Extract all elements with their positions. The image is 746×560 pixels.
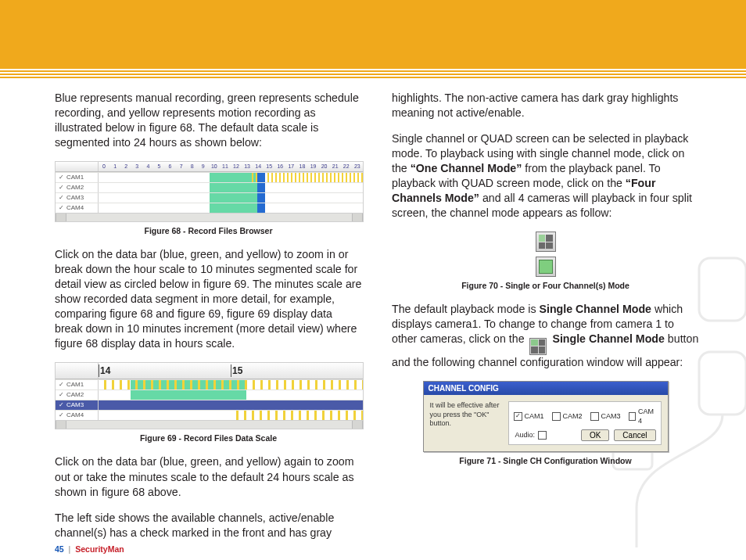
fig69-row-cam4[interactable]: ✓ CAM4 — [56, 410, 363, 420]
figure-70-channel-mode-icons — [392, 232, 699, 277]
single-channel-mode-icon[interactable] — [536, 232, 556, 252]
fig68-time-ruler: 01 23 45 67 89 1011 1213 1415 1617 1819 … — [56, 162, 363, 172]
svg-rect-1 — [699, 352, 746, 415]
scroll-left-icon[interactable] — [56, 421, 66, 429]
checkbox-cam4[interactable]: CAM 4 — [629, 407, 656, 425]
fig68-track[interactable] — [99, 183, 363, 192]
checkbox-icon — [552, 412, 561, 421]
footer-separator: | — [69, 544, 71, 554]
checkmark-icon: ✓ — [56, 411, 66, 420]
figure-69-caption: Figure 69 - Record Files Data Scale — [55, 433, 362, 443]
body-text: highlights. The non-active camera has da… — [392, 91, 699, 120]
fig69-track[interactable] — [99, 400, 363, 410]
checkbox-icon — [538, 431, 547, 440]
fig68-row-cam1[interactable]: ✓ CAM1 — [56, 172, 363, 182]
single-channel-mode-inline-icon[interactable] — [529, 338, 547, 355]
page-content: Blue represents manual recording, green … — [55, 91, 699, 540]
fig69-track[interactable] — [99, 380, 363, 389]
fig68-track[interactable] — [99, 173, 363, 182]
page-number: 45 — [55, 544, 64, 554]
figure-69-record-files-data-scale: 14 15 ✓ CAM1 ✓ CAM2 ✓ CAM3 — [55, 362, 364, 429]
checkmark-icon: ✓ — [56, 390, 66, 400]
body-text: The left side shows the available channe… — [55, 511, 362, 540]
left-column: Blue represents manual recording, green … — [55, 91, 362, 540]
figure-68-record-files-browser: 01 23 45 67 89 1011 1213 1415 1617 1819 … — [55, 161, 364, 222]
dialog-panel: ✓CAM1 CAM2 CAM3 CAM 4 Audio: OK Cancel — [508, 401, 662, 445]
figure-68-caption: Figure 68 - Record Files Browser — [55, 225, 362, 236]
svg-rect-0 — [699, 258, 746, 321]
scroll-right-icon[interactable] — [352, 421, 363, 429]
fig68-row-cam4[interactable]: ✓ CAM4 — [56, 203, 363, 213]
checkmark-icon: ✓ — [56, 183, 66, 192]
body-text: Blue represents manual recording, green … — [55, 91, 362, 150]
dialog-note-text: It will be effective after you press the… — [430, 401, 502, 445]
fig69-track[interactable] — [99, 411, 363, 420]
checkbox-cam3[interactable]: CAM3 — [590, 407, 621, 425]
checkmark-icon: ✓ — [56, 203, 66, 213]
fig69-row-cam3-selected[interactable]: ✓ CAM3 — [56, 400, 363, 410]
checkmark-icon: ✓ — [56, 173, 66, 182]
scroll-right-icon[interactable] — [352, 214, 363, 221]
fig68-track[interactable] — [99, 193, 363, 203]
checkmark-icon: ✓ — [56, 400, 66, 410]
dialog-audio-checkbox[interactable]: Audio: — [515, 430, 547, 440]
figure-70-caption: Figure 70 - Single or Four Channel(s) Mo… — [392, 280, 699, 291]
fig69-row-cam1[interactable]: ✓ CAM1 — [56, 379, 363, 389]
fig68-row-cam3[interactable]: ✓ CAM3 — [56, 192, 363, 203]
four-channel-mode-icon[interactable] — [536, 257, 556, 277]
fig69-time-ruler: 14 15 — [56, 363, 363, 379]
checkbox-cam2[interactable]: CAM2 — [552, 407, 583, 425]
figure-71-channel-config-dialog: CHANNEL CONFIG It will be effective afte… — [423, 381, 669, 452]
cancel-button[interactable]: Cancel — [614, 429, 655, 441]
header-band — [0, 0, 746, 69]
checkbox-icon — [590, 412, 599, 421]
figure-71-caption: Figure 71 - Single CH Configuration Wind… — [392, 455, 699, 466]
fig68-track[interactable] — [99, 203, 363, 213]
ok-button[interactable]: OK — [581, 429, 609, 441]
body-text: Click on the data bar (blue, green, and … — [55, 247, 362, 351]
scroll-left-icon[interactable] — [56, 214, 66, 221]
checkmark-icon: ✓ — [56, 380, 66, 389]
right-column: highlights. The non-active camera has da… — [392, 91, 699, 540]
checkbox-icon: ✓ — [514, 412, 522, 421]
fig68-row-cam2[interactable]: ✓ CAM2 — [56, 182, 363, 192]
fig69-row-cam2[interactable]: ✓ CAM2 — [56, 389, 363, 400]
checkmark-icon: ✓ — [56, 193, 66, 203]
dialog-camera-checkboxes: ✓CAM1 CAM2 CAM3 CAM 4 — [514, 407, 656, 425]
fig69-track[interactable] — [99, 390, 363, 400]
footer-brand: SecurityMan — [75, 544, 124, 554]
header-stripes — [0, 69, 746, 80]
checkbox-icon — [629, 412, 636, 421]
fig69-scrollbar[interactable] — [56, 420, 363, 429]
checkbox-cam1[interactable]: ✓CAM1 — [514, 407, 544, 425]
body-text: Click on the data bar (blue, green, and … — [55, 454, 362, 499]
dialog-titlebar: CHANNEL CONFIG — [424, 382, 668, 395]
fig68-scrollbar[interactable] — [56, 213, 363, 221]
body-text: The default playback mode is Single Chan… — [392, 302, 699, 370]
body-text: Single channel or QUAD screen can be sel… — [392, 131, 699, 221]
page-footer: 45 | SecurityMan — [55, 544, 124, 554]
